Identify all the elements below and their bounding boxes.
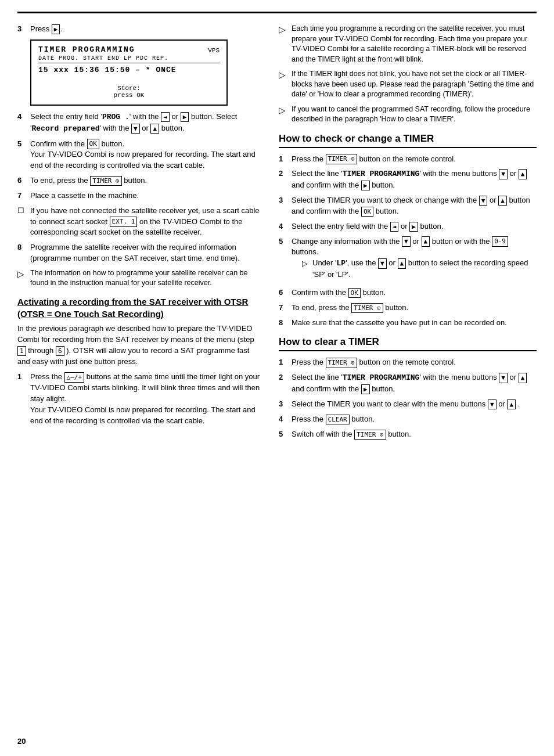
step-5-text-a: Confirm with the [30,139,85,148]
check-step3-ok[interactable]: OK [361,207,373,217]
timer-screen-header: DATE PROG. START END LP PDC REP. [38,55,220,63]
clear-step5-timer[interactable]: TIMER ⊙ [354,430,386,440]
step-7-number: 7 [17,191,30,200]
check-step5-09[interactable]: 0-9 [492,236,508,246]
check-step-5-row: 5 Change any information with the ▼ or ▲… [279,236,537,283]
check-step3-down[interactable]: ▼ [479,196,488,206]
two-col-layout: 3 Press ▶. TIMER PROGRAMMING VPS DATE PR… [17,24,537,444]
check-section-title: How to check or change a TIMER [279,133,537,148]
check-step4-text-a: Select the entry field with the [292,222,388,231]
clear-step-3-number: 3 [279,399,292,408]
step-4-text-g: button. [161,124,185,132]
step-5-number: 5 [17,139,30,148]
right-note-3-content: If you want to cancel the programmed SAT… [292,105,537,125]
step-6-content: To end, press the TIMER ⊙ button. [30,175,261,186]
clear-step2-or: or [510,373,517,381]
clear-step-5-row: 5 Switch off with the TIMER ⊙ button. [279,429,537,440]
check-step-1-number: 1 [279,154,292,163]
clear-timer-prog-label: TIMER PROGRAMMING [343,373,420,382]
clear-step-2-content: Select the line 'TIMER PROGRAMMING' with… [292,372,537,395]
clear-timer-button-1[interactable]: TIMER ⊙ [326,358,357,368]
check-step4-left[interactable]: ◄ [390,222,399,232]
ext1-button[interactable]: EXT. 1 [110,217,138,226]
step-5-text-b: button. [101,139,124,148]
sat-step1-ref: 1 [17,346,26,356]
check-step5-subnote-b: ', use the [346,258,376,267]
step-4-content: Select the entry field 'PROG .' with the… [30,111,261,135]
sat-para1-text-a: In the previous paragraph we described h… [17,324,254,344]
check-step-7-content: To end, press the TIMER ⊙ button. [292,303,537,314]
check-step4-right[interactable]: ▶ [409,222,418,232]
check-step5-note-up[interactable]: ▲ [398,258,406,268]
check-step2-down[interactable]: ▼ [499,169,508,179]
check-step-3-row: 3 Select the TIMER you want to check or … [279,195,537,217]
check-step6-ok[interactable]: OK [348,288,361,298]
right-arrow-button[interactable]: ▶ [181,112,189,122]
step-5-row: 5 Confirm with the OK button. Your TV-VI… [17,139,261,172]
check-step7-text-a: To end, press the [292,303,350,312]
check-step-4-number: 4 [279,222,292,231]
ok-button[interactable]: OK [87,139,99,149]
up-arrow-button[interactable]: ▲ [150,124,159,134]
clear-step-2-number: 2 [279,373,292,381]
play-button[interactable]: ▶ [52,24,60,34]
minus-plus-button[interactable]: △–/+ [64,372,85,382]
check-step-7-number: 7 [279,303,292,312]
step-5-content: Confirm with the OK button. Your TV-VIDE… [30,139,261,172]
down-arrow-button[interactable]: ▼ [131,124,140,134]
sat-step-1-number: 1 [17,372,30,381]
sat-step1-text-a: Press the [30,372,62,381]
sat-step-1-content: Press the △–/+ buttons at the same time … [30,372,261,426]
check-step-3-content: Select the TIMER you want to check or ch… [292,195,537,217]
clear-step3-up[interactable]: ▲ [507,399,516,409]
check-step-5-content: Change any information with the ▼ or ▲ b… [292,236,537,283]
page: 3 Press ▶. TIMER PROGRAMMING VPS DATE PR… [0,0,554,756]
check-step3-up[interactable]: ▲ [498,196,507,206]
clear-step2-right[interactable]: ▶ [361,384,370,394]
check-step5-note-down[interactable]: ▼ [378,258,387,268]
step-7-row: 7 Place a cassette in the machine. [17,190,261,201]
check-step5-up[interactable]: ▲ [422,236,430,246]
right-note-1-content: Each time you programme a recording on t… [292,24,537,64]
clear-step-2-row: 2 Select the line 'TIMER PROGRAMMING' wi… [279,372,537,395]
check-timer-button-1[interactable]: TIMER ⊙ [326,154,357,164]
clear-step3-down[interactable]: ▼ [488,399,497,409]
check-step5-text-a: Change any information with the [292,237,400,246]
note-row: ▷ The information on how to programme yo… [17,268,261,289]
sat-step-1-row: 1 Press the △–/+ buttons at the same tim… [17,372,261,426]
check-step2-text-d: and confirm with the [292,181,359,189]
check-step2-up[interactable]: ▲ [519,169,527,179]
right-note-2-content: If the TIMER light does not blink, you h… [292,69,537,100]
clear-step5-text-b: button. [388,430,411,438]
step-3-content: Press ▶. [30,24,261,35]
check-step5-down[interactable]: ▼ [402,236,411,246]
timer-button-6[interactable]: TIMER ⊙ [90,176,121,186]
check-step-8-content: Make sure that the cassette you have put… [292,318,537,329]
prog-label: PROG . [102,113,129,121]
sat-step1-detail: Your TV-VIDEO Combi is now prepared for … [30,405,256,425]
clear-button[interactable]: CLEAR [326,415,350,424]
check-timer-prog-label: TIMER PROGRAMMING [343,170,420,178]
checkbox-symbol: ☐ [17,206,30,215]
clear-step-5-content: Switch off with the TIMER ⊙ button. [292,429,537,440]
check-step5-subnote-text: Under 'LP', use the ▼ or ▲ button to sel… [312,258,537,280]
check-step1-text-b: button on the remote control. [359,154,456,163]
clear-step2-down[interactable]: ▼ [499,373,508,383]
check-step2-text-a: Select the line ' [292,169,343,178]
sat-step6-ref: 6 [56,346,64,356]
right-note-3-arrow-icon: ▷ [279,105,292,116]
check-step-1-content: Press the TIMER ⊙ button on the remote c… [292,154,537,165]
clear-step2-text-d: and confirm with the [292,384,359,393]
check-step7-text-b: button. [385,303,408,312]
check-step2-right[interactable]: ▶ [361,181,370,190]
step-8-row: 8 Programme the satellite receiver with … [17,242,261,264]
left-arrow-button[interactable]: ◄ [161,112,170,122]
clear-step2-up[interactable]: ▲ [519,373,527,383]
step-6-text-a: To end, press the [30,176,88,185]
check-step7-timer[interactable]: TIMER ⊙ [351,303,383,313]
right-note-3-row: ▷ If you want to cancel the programmed S… [279,105,537,125]
clear-step1-text-a: Press the [292,358,323,366]
clear-step3-text-c: . [518,399,520,408]
right-note-2-arrow-icon: ▷ [279,70,292,80]
step-7-content: Place a cassette in the machine. [30,190,261,201]
